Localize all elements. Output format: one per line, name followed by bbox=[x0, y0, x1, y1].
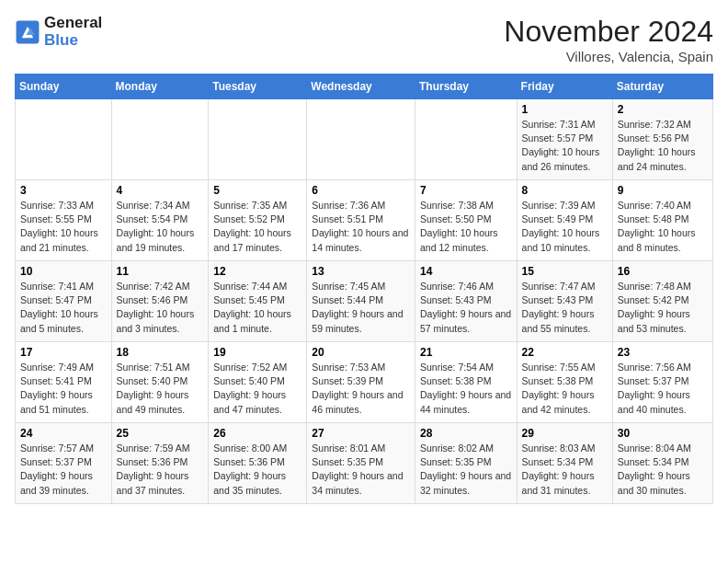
day-info: Sunrise: 7:47 AMSunset: 5:43 PMDaylight:… bbox=[522, 280, 608, 336]
calendar-cell: 9Sunrise: 7:40 AMSunset: 5:48 PMDaylight… bbox=[612, 180, 712, 261]
day-info: Sunrise: 8:01 AMSunset: 5:35 PMDaylight:… bbox=[312, 442, 410, 498]
calendar-cell: 2Sunrise: 7:32 AMSunset: 5:56 PMDaylight… bbox=[612, 99, 712, 180]
calendar-cell: 21Sunrise: 7:54 AMSunset: 5:38 PMDayligh… bbox=[415, 342, 517, 423]
day-info: Sunrise: 7:39 AMSunset: 5:49 PMDaylight:… bbox=[522, 199, 608, 255]
calendar-cell bbox=[16, 99, 112, 180]
day-number: 4 bbox=[117, 184, 204, 197]
calendar-cell: 1Sunrise: 7:31 AMSunset: 5:57 PMDaylight… bbox=[517, 99, 612, 180]
header-day-monday: Monday bbox=[111, 75, 209, 99]
day-number: 10 bbox=[20, 265, 107, 278]
calendar-cell: 14Sunrise: 7:46 AMSunset: 5:43 PMDayligh… bbox=[415, 261, 517, 342]
calendar-cell: 8Sunrise: 7:39 AMSunset: 5:49 PMDaylight… bbox=[517, 180, 612, 261]
calendar-cell: 22Sunrise: 7:55 AMSunset: 5:38 PMDayligh… bbox=[517, 342, 612, 423]
day-info: Sunrise: 7:49 AMSunset: 5:41 PMDaylight:… bbox=[20, 361, 107, 417]
header-day-tuesday: Tuesday bbox=[209, 75, 307, 99]
day-info: Sunrise: 8:03 AMSunset: 5:34 PMDaylight:… bbox=[522, 442, 608, 498]
day-number: 8 bbox=[522, 184, 608, 197]
logo-icon bbox=[15, 19, 40, 45]
day-info: Sunrise: 7:38 AMSunset: 5:50 PMDaylight:… bbox=[420, 199, 512, 255]
calendar-cell: 26Sunrise: 8:00 AMSunset: 5:36 PMDayligh… bbox=[209, 423, 307, 504]
day-info: Sunrise: 7:35 AMSunset: 5:52 PMDaylight:… bbox=[213, 199, 301, 255]
location-subtitle: Villores, Valencia, Spain bbox=[504, 49, 713, 64]
week-row-4: 17Sunrise: 7:49 AMSunset: 5:41 PMDayligh… bbox=[16, 342, 713, 423]
calendar-cell: 5Sunrise: 7:35 AMSunset: 5:52 PMDaylight… bbox=[209, 180, 307, 261]
calendar-cell: 28Sunrise: 8:02 AMSunset: 5:35 PMDayligh… bbox=[415, 423, 517, 504]
day-number: 24 bbox=[20, 427, 107, 440]
week-row-5: 24Sunrise: 7:57 AMSunset: 5:37 PMDayligh… bbox=[16, 423, 713, 504]
calendar-cell: 29Sunrise: 8:03 AMSunset: 5:34 PMDayligh… bbox=[517, 423, 612, 504]
calendar-cell bbox=[111, 99, 209, 180]
calendar-cell: 16Sunrise: 7:48 AMSunset: 5:42 PMDayligh… bbox=[612, 261, 712, 342]
day-info: Sunrise: 7:36 AMSunset: 5:51 PMDaylight:… bbox=[312, 199, 410, 255]
calendar-cell: 10Sunrise: 7:41 AMSunset: 5:47 PMDayligh… bbox=[16, 261, 112, 342]
day-info: Sunrise: 7:45 AMSunset: 5:44 PMDaylight:… bbox=[312, 280, 410, 336]
day-number: 3 bbox=[20, 184, 107, 197]
day-info: Sunrise: 7:31 AMSunset: 5:57 PMDaylight:… bbox=[522, 118, 608, 174]
day-info: Sunrise: 7:56 AMSunset: 5:37 PMDaylight:… bbox=[618, 361, 708, 417]
day-info: Sunrise: 7:33 AMSunset: 5:55 PMDaylight:… bbox=[20, 199, 107, 255]
calendar-body: 1Sunrise: 7:31 AMSunset: 5:57 PMDaylight… bbox=[16, 99, 713, 504]
header-day-thursday: Thursday bbox=[415, 75, 517, 99]
day-info: Sunrise: 7:42 AMSunset: 5:46 PMDaylight:… bbox=[117, 280, 204, 336]
month-title: November 2024 bbox=[504, 15, 713, 49]
calendar-cell: 15Sunrise: 7:47 AMSunset: 5:43 PMDayligh… bbox=[517, 261, 612, 342]
day-number: 26 bbox=[213, 427, 301, 440]
day-info: Sunrise: 7:46 AMSunset: 5:43 PMDaylight:… bbox=[420, 280, 512, 336]
calendar-cell: 7Sunrise: 7:38 AMSunset: 5:50 PMDaylight… bbox=[415, 180, 517, 261]
calendar-cell: 23Sunrise: 7:56 AMSunset: 5:37 PMDayligh… bbox=[612, 342, 712, 423]
calendar-cell: 4Sunrise: 7:34 AMSunset: 5:54 PMDaylight… bbox=[111, 180, 209, 261]
day-number: 12 bbox=[213, 265, 301, 278]
day-number: 29 bbox=[522, 427, 608, 440]
day-number: 13 bbox=[312, 265, 410, 278]
header-day-sunday: Sunday bbox=[16, 75, 112, 99]
logo-line2: Blue bbox=[44, 32, 102, 50]
day-number: 1 bbox=[522, 103, 608, 116]
header-day-wednesday: Wednesday bbox=[307, 75, 415, 99]
day-number: 18 bbox=[117, 346, 204, 359]
day-number: 2 bbox=[618, 103, 708, 116]
calendar-cell: 30Sunrise: 8:04 AMSunset: 5:34 PMDayligh… bbox=[612, 423, 712, 504]
day-number: 16 bbox=[618, 265, 708, 278]
calendar-cell: 20Sunrise: 7:53 AMSunset: 5:39 PMDayligh… bbox=[307, 342, 415, 423]
day-number: 6 bbox=[312, 184, 410, 197]
day-info: Sunrise: 8:04 AMSunset: 5:34 PMDaylight:… bbox=[618, 442, 708, 498]
calendar-cell: 25Sunrise: 7:59 AMSunset: 5:36 PMDayligh… bbox=[111, 423, 209, 504]
calendar-cell: 12Sunrise: 7:44 AMSunset: 5:45 PMDayligh… bbox=[209, 261, 307, 342]
day-number: 5 bbox=[213, 184, 301, 197]
day-info: Sunrise: 7:48 AMSunset: 5:42 PMDaylight:… bbox=[618, 280, 708, 336]
day-info: Sunrise: 7:40 AMSunset: 5:48 PMDaylight:… bbox=[618, 199, 708, 255]
day-info: Sunrise: 7:57 AMSunset: 5:37 PMDaylight:… bbox=[20, 442, 107, 498]
day-number: 21 bbox=[420, 346, 512, 359]
calendar-cell: 24Sunrise: 7:57 AMSunset: 5:37 PMDayligh… bbox=[16, 423, 112, 504]
page-header: General Blue November 2024 Villores, Val… bbox=[15, 15, 713, 64]
day-number: 9 bbox=[618, 184, 708, 197]
day-info: Sunrise: 8:00 AMSunset: 5:36 PMDaylight:… bbox=[213, 442, 301, 498]
calendar-cell bbox=[415, 99, 517, 180]
day-number: 14 bbox=[420, 265, 512, 278]
title-block: November 2024 Villores, Valencia, Spain bbox=[504, 15, 713, 64]
day-number: 30 bbox=[618, 427, 708, 440]
header-day-saturday: Saturday bbox=[612, 75, 712, 99]
day-info: Sunrise: 7:44 AMSunset: 5:45 PMDaylight:… bbox=[213, 280, 301, 336]
day-info: Sunrise: 7:54 AMSunset: 5:38 PMDaylight:… bbox=[420, 361, 512, 417]
calendar-cell: 17Sunrise: 7:49 AMSunset: 5:41 PMDayligh… bbox=[16, 342, 112, 423]
week-row-1: 1Sunrise: 7:31 AMSunset: 5:57 PMDaylight… bbox=[16, 99, 713, 180]
calendar-table: SundayMondayTuesdayWednesdayThursdayFrid… bbox=[15, 74, 713, 504]
day-info: Sunrise: 7:52 AMSunset: 5:40 PMDaylight:… bbox=[213, 361, 301, 417]
day-info: Sunrise: 7:59 AMSunset: 5:36 PMDaylight:… bbox=[117, 442, 204, 498]
calendar-cell: 27Sunrise: 8:01 AMSunset: 5:35 PMDayligh… bbox=[307, 423, 415, 504]
day-number: 17 bbox=[20, 346, 107, 359]
calendar-cell: 19Sunrise: 7:52 AMSunset: 5:40 PMDayligh… bbox=[209, 342, 307, 423]
calendar-cell bbox=[307, 99, 415, 180]
header-row: SundayMondayTuesdayWednesdayThursdayFrid… bbox=[16, 75, 713, 99]
calendar-header: SundayMondayTuesdayWednesdayThursdayFrid… bbox=[16, 75, 713, 99]
header-day-friday: Friday bbox=[517, 75, 612, 99]
day-number: 27 bbox=[312, 427, 410, 440]
day-number: 19 bbox=[213, 346, 301, 359]
logo: General Blue bbox=[15, 15, 102, 49]
day-info: Sunrise: 7:32 AMSunset: 5:56 PMDaylight:… bbox=[618, 118, 708, 174]
day-number: 15 bbox=[522, 265, 608, 278]
day-info: Sunrise: 7:53 AMSunset: 5:39 PMDaylight:… bbox=[312, 361, 410, 417]
day-number: 7 bbox=[420, 184, 512, 197]
calendar-cell: 6Sunrise: 7:36 AMSunset: 5:51 PMDaylight… bbox=[307, 180, 415, 261]
